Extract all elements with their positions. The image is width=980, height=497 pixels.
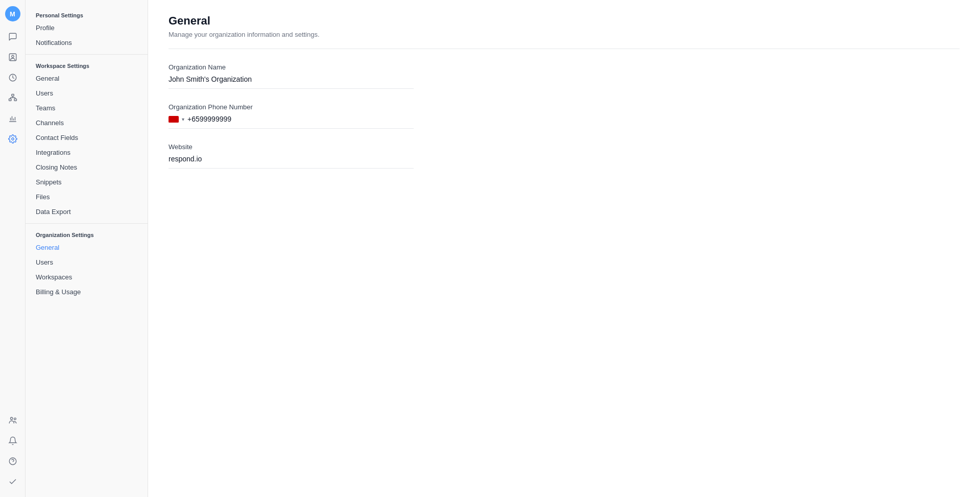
- sidebar-item-ws-snippets[interactable]: Snippets: [26, 175, 148, 190]
- website-section: Website respond.io: [169, 143, 960, 169]
- settings-sidebar: Personal Settings Profile Notifications …: [26, 0, 148, 497]
- settings-icon[interactable]: [4, 130, 22, 148]
- sidebar-item-ws-teams[interactable]: Teams: [26, 101, 148, 115]
- user-avatar[interactable]: M: [5, 6, 20, 21]
- sidebar-item-ws-data-export[interactable]: Data Export: [26, 204, 148, 219]
- phone-icon[interactable]: [4, 68, 22, 87]
- org-phone-label: Organization Phone Number: [169, 103, 960, 111]
- phone-value: +6599999999: [187, 115, 231, 123]
- page-subtitle: Manage your organization information and…: [169, 31, 960, 38]
- icon-sidebar: M: [0, 0, 26, 497]
- org-settings-header: Organization Settings: [26, 228, 148, 240]
- sidebar-item-org-workspaces[interactable]: Workspaces: [26, 270, 148, 285]
- sidebar-item-org-billing[interactable]: Billing & Usage: [26, 285, 148, 299]
- sidebar-item-ws-users[interactable]: Users: [26, 86, 148, 101]
- team-bottom-icon[interactable]: [4, 411, 22, 430]
- svg-rect-3: [11, 94, 14, 97]
- chat-icon[interactable]: [4, 28, 22, 46]
- sidebar-divider-2: [26, 223, 148, 224]
- page-title: General: [169, 14, 960, 28]
- org-icon[interactable]: [4, 89, 22, 107]
- sidebar-item-ws-channels[interactable]: Channels: [26, 115, 148, 130]
- analytics-icon[interactable]: [4, 109, 22, 128]
- workspace-settings-header: Workspace Settings: [26, 59, 148, 71]
- sidebar-divider-1: [26, 54, 148, 55]
- personal-settings-header: Personal Settings: [26, 8, 148, 20]
- org-name-label: Organization Name: [169, 63, 960, 71]
- help-bottom-icon[interactable]: [4, 452, 22, 470]
- svg-rect-5: [14, 99, 17, 101]
- main-content: General Manage your organization informa…: [148, 0, 980, 497]
- svg-rect-4: [9, 99, 11, 101]
- sidebar-item-org-general[interactable]: General: [26, 240, 148, 255]
- website-value: respond.io: [169, 155, 414, 169]
- sidebar-item-profile[interactable]: Profile: [26, 20, 148, 35]
- sidebar-item-ws-contact-fields[interactable]: Contact Fields: [26, 130, 148, 145]
- bottom-icons: [4, 411, 22, 491]
- org-phone-section: Organization Phone Number ▾ +6599999999: [169, 103, 960, 129]
- phone-flag: [169, 116, 179, 123]
- sidebar-item-ws-general[interactable]: General: [26, 71, 148, 86]
- svg-point-6: [11, 138, 14, 140]
- sidebar-item-ws-files[interactable]: Files: [26, 190, 148, 204]
- sidebar-item-ws-closing-notes[interactable]: Closing Notes: [26, 160, 148, 175]
- sidebar-item-org-users[interactable]: Users: [26, 255, 148, 270]
- org-name-value: John Smith's Organization: [169, 75, 414, 89]
- org-name-section: Organization Name John Smith's Organizat…: [169, 63, 960, 89]
- website-label: Website: [169, 143, 960, 151]
- sidebar-item-ws-integrations[interactable]: Integrations: [26, 145, 148, 160]
- phone-chevron-icon: ▾: [182, 116, 184, 122]
- phone-row: ▾ +6599999999: [169, 115, 414, 129]
- svg-point-8: [14, 418, 16, 420]
- check-bottom-icon[interactable]: [4, 472, 22, 491]
- content-divider: [169, 49, 960, 49]
- svg-point-7: [10, 417, 13, 420]
- sidebar-item-notifications[interactable]: Notifications: [26, 35, 148, 50]
- svg-point-1: [11, 55, 14, 58]
- contacts-icon[interactable]: [4, 48, 22, 66]
- notification-bottom-icon[interactable]: [4, 432, 22, 450]
